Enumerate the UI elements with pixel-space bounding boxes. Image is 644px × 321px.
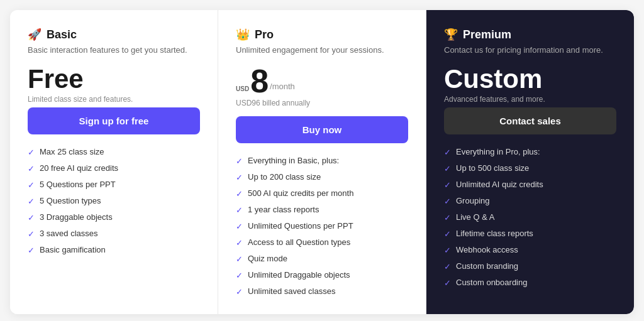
feature-text: 3 saved classes bbox=[40, 229, 98, 238]
check-icon: ✓ bbox=[236, 238, 243, 248]
list-item: ✓ Live Q & A bbox=[444, 212, 616, 222]
plan-title-row-premium: 🏆 Premium bbox=[444, 28, 616, 41]
feature-text: 3 Draggable objects bbox=[40, 212, 113, 222]
list-item: ✓ 5 Questions per PPT bbox=[28, 180, 200, 190]
contact-sales-button[interactable]: Contact sales bbox=[444, 107, 616, 134]
feature-text: Lifetime class reports bbox=[456, 229, 533, 238]
price-custom-subtitle: Advanced features, and more. bbox=[444, 95, 616, 104]
feature-text: Quiz mode bbox=[248, 254, 287, 263]
check-icon: ✓ bbox=[236, 205, 243, 215]
list-item: ✓ Unlimited AI quiz credits bbox=[444, 180, 616, 190]
check-icon: ✓ bbox=[444, 148, 451, 157]
plan-header-premium: 🏆 Premium Contact us for pricing informa… bbox=[444, 28, 616, 55]
feature-text: 20 free AI quiz credits bbox=[40, 163, 118, 173]
feature-text: 5 Question types bbox=[40, 196, 101, 205]
plan-name-basic: Basic bbox=[47, 28, 77, 41]
feature-text: Unlimited Questions per PPT bbox=[248, 221, 353, 231]
feature-list-premium: ✓ Everything in Pro, plus: ✓ Up to 500 c… bbox=[444, 147, 616, 288]
price-currency-label: USD bbox=[236, 86, 249, 92]
list-item: ✓ Basic gamification bbox=[28, 245, 200, 255]
feature-text: 500 AI quiz credits per month bbox=[248, 188, 353, 198]
feature-text: Custom onboarding bbox=[456, 278, 527, 287]
list-item: ✓ Lifetime class reports bbox=[444, 229, 616, 239]
price-currency-block: USD bbox=[236, 86, 249, 97]
plan-name-pro: Pro bbox=[255, 28, 274, 41]
list-item: ✓ Webhook access bbox=[444, 245, 616, 255]
feature-text: Unlimited Draggable objects bbox=[248, 270, 350, 280]
price-block-pro: USD 8 /month USD96 billed annually bbox=[236, 65, 408, 107]
feature-text: Up to 200 class size bbox=[248, 172, 321, 182]
plan-emoji-basic: 🚀 bbox=[28, 28, 42, 41]
plan-description-premium: Contact us for pricing information and m… bbox=[444, 45, 616, 55]
list-item: ✓ Unlimited Questions per PPT bbox=[236, 221, 408, 231]
list-item: ✓ Access to all Question types bbox=[236, 237, 408, 248]
check-icon: ✓ bbox=[444, 213, 451, 222]
feature-text: Max 25 class size bbox=[40, 147, 104, 156]
list-item: ✓ 3 Draggable objects bbox=[28, 212, 200, 222]
feature-text: Live Q & A bbox=[456, 212, 494, 222]
check-icon: ✓ bbox=[444, 229, 451, 239]
plan-card-pro: 👑 Pro Unlimited engagement for your sess… bbox=[218, 10, 426, 314]
list-item: ✓ Unlimited saved classes bbox=[236, 286, 408, 297]
feature-text: Unlimited saved classes bbox=[248, 286, 335, 296]
feature-text: Everything in Pro, plus: bbox=[456, 147, 540, 156]
check-icon: ✓ bbox=[444, 197, 451, 206]
feature-text: Access to all Question types bbox=[248, 237, 350, 247]
check-icon: ✓ bbox=[236, 189, 243, 199]
feature-text: Basic gamification bbox=[40, 245, 106, 254]
check-icon: ✓ bbox=[236, 271, 243, 280]
list-item: ✓ Up to 200 class size bbox=[236, 172, 408, 182]
check-icon: ✓ bbox=[28, 229, 35, 239]
list-item: ✓ Max 25 class size bbox=[28, 147, 200, 157]
list-item: ✓ 3 saved classes bbox=[28, 229, 200, 239]
price-number-row-pro: USD 8 /month bbox=[236, 65, 408, 97]
price-period: /month bbox=[270, 82, 295, 97]
plan-card-premium: 🏆 Premium Contact us for pricing informa… bbox=[426, 10, 634, 314]
feature-list-pro: ✓ Everything in Basic, plus: ✓ Up to 200… bbox=[236, 156, 408, 297]
feature-text: Unlimited AI quiz credits bbox=[456, 180, 543, 189]
check-icon: ✓ bbox=[444, 278, 451, 288]
plan-description-basic: Basic interaction features to get you st… bbox=[28, 45, 200, 55]
check-icon: ✓ bbox=[236, 287, 243, 297]
signup-free-button[interactable]: Sign up for free bbox=[28, 107, 200, 134]
list-item: ✓ Up to 500 class size bbox=[444, 163, 616, 173]
list-item: ✓ 1 year class reports bbox=[236, 205, 408, 215]
plan-emoji-premium: 🏆 bbox=[444, 28, 458, 41]
list-item: ✓ Everything in Pro, plus: bbox=[444, 147, 616, 157]
list-item: ✓ Unlimited Draggable objects bbox=[236, 270, 408, 280]
check-icon: ✓ bbox=[444, 246, 451, 255]
list-item: ✓ 20 free AI quiz credits bbox=[28, 163, 200, 173]
check-icon: ✓ bbox=[28, 213, 35, 222]
list-item: ✓ Grouping bbox=[444, 196, 616, 206]
check-icon: ✓ bbox=[28, 164, 35, 173]
check-icon: ✓ bbox=[236, 254, 243, 264]
feature-text: 5 Questions per PPT bbox=[40, 180, 116, 189]
check-icon: ✓ bbox=[236, 156, 243, 166]
price-block-basic: Free Limited class size and features. bbox=[28, 65, 200, 104]
price-custom: Custom bbox=[444, 65, 616, 94]
feature-text: 1 year class reports bbox=[248, 205, 319, 214]
feature-text: Grouping bbox=[456, 196, 489, 205]
feature-text: Everything in Basic, plus: bbox=[248, 156, 339, 165]
check-icon: ✓ bbox=[28, 197, 35, 206]
list-item: ✓ Custom branding bbox=[444, 261, 616, 271]
list-item: ✓ Everything in Basic, plus: bbox=[236, 156, 408, 166]
list-item: ✓ 5 Question types bbox=[28, 196, 200, 206]
feature-text: Webhook access bbox=[456, 245, 518, 254]
plan-name-premium: Premium bbox=[463, 28, 511, 41]
price-free: Free bbox=[28, 65, 200, 94]
plan-header-basic: 🚀 Basic Basic interaction features to ge… bbox=[28, 28, 200, 55]
check-icon: ✓ bbox=[28, 148, 35, 157]
check-icon: ✓ bbox=[444, 180, 451, 190]
check-icon: ✓ bbox=[28, 246, 35, 255]
plan-card-basic: 🚀 Basic Basic interaction features to ge… bbox=[10, 10, 218, 314]
price-amount: 8 bbox=[250, 65, 269, 97]
check-icon: ✓ bbox=[444, 164, 451, 173]
list-item: ✓ 500 AI quiz credits per month bbox=[236, 188, 408, 199]
check-icon: ✓ bbox=[236, 222, 243, 231]
feature-text: Up to 500 class size bbox=[456, 163, 529, 173]
check-icon: ✓ bbox=[236, 173, 243, 182]
plan-description-pro: Unlimited engagement for your sessions. bbox=[236, 45, 408, 55]
buy-now-button[interactable]: Buy now bbox=[236, 116, 408, 143]
price-billed: USD96 billed annually bbox=[236, 99, 408, 107]
